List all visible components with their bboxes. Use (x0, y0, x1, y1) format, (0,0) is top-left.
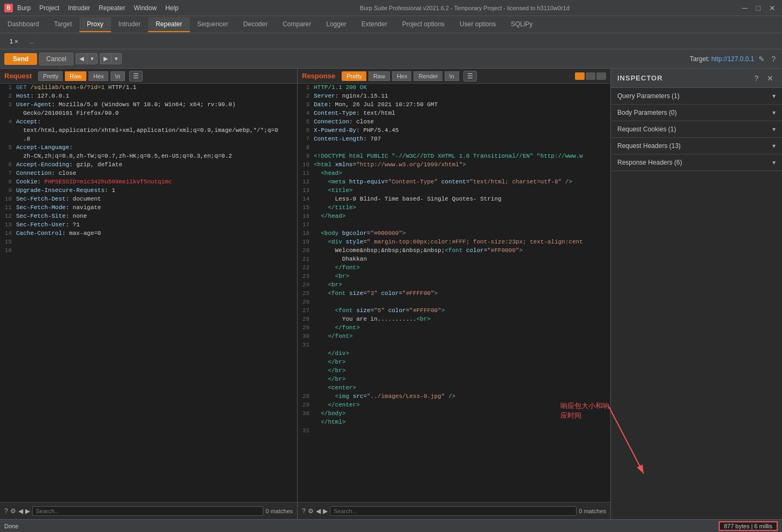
request-matches: 0 matches (265, 508, 293, 514)
code-line: 6 Accept-Encoding: gzip, deflate (0, 161, 297, 169)
code-line: 24 <br> (298, 281, 610, 290)
code-line: 16 </head> (298, 212, 610, 221)
view-horizontal-btn[interactable] (586, 72, 595, 80)
inspector-request-cookies[interactable]: Request Cookies (1) ▾ (611, 121, 782, 138)
inspector-request-headers[interactable]: Request Headers (13) ▾ (611, 138, 782, 154)
edit-target-btn[interactable]: ✎ (756, 54, 767, 64)
chevron-down-icon: ▾ (772, 159, 776, 166)
menu-help[interactable]: Help (165, 4, 179, 12)
response-raw-btn[interactable]: Raw (368, 71, 390, 81)
inspector-cookies-label: Request Cookies (1) (617, 125, 772, 133)
code-line: 4 Content-Type: text/html (298, 109, 610, 118)
inspector-body-params[interactable]: Body Parameters (0) ▾ (611, 105, 782, 121)
code-line: 2 Host: 127.0.0.1 (0, 92, 297, 101)
inspector-close-btn[interactable]: ✕ (765, 73, 776, 84)
request-search-input[interactable] (32, 506, 264, 516)
inspector-resp-headers-label: Response Headers (6) (617, 159, 772, 166)
request-title: Request (4, 72, 32, 80)
sub-tab-1[interactable]: 1 × (4, 37, 24, 46)
code-line: 9 <!DOCTYPE html PUBLIC "-//W3C//DTD XHT… (298, 152, 610, 161)
request-newline-btn[interactable]: \n (110, 71, 125, 81)
tab-proxy[interactable]: Proxy (79, 17, 111, 32)
tab-user-options[interactable]: User options (452, 17, 503, 32)
inspector-help-btn[interactable]: ? (752, 73, 761, 84)
tab-dashboard[interactable]: Dashboard (0, 17, 47, 32)
tab-extender[interactable]: Extender (354, 17, 395, 32)
request-search-prev[interactable]: ◀ (18, 507, 23, 515)
code-line: 4 Accept: (0, 118, 297, 127)
nav-prev-btn[interactable]: ◀ (76, 53, 87, 64)
inspector-response-headers[interactable]: Response Headers (6) ▾ (611, 154, 782, 171)
menu-repeater[interactable]: Repeater (99, 4, 125, 12)
response-help-icon[interactable]: ? (302, 507, 306, 515)
inspector-query-params[interactable]: Query Parameters (1) ▾ (611, 88, 782, 105)
code-line: 3 User-Agent: Mozilla/5.0 (Windows NT 10… (0, 101, 297, 109)
cancel-button[interactable]: Cancel (39, 53, 73, 65)
tab-sqlipy[interactable]: SQLiPy (503, 17, 540, 32)
status-done: Done (4, 523, 18, 529)
chevron-down-icon: ▾ (772, 125, 776, 133)
response-search-input[interactable] (330, 506, 577, 516)
response-hex-btn[interactable]: Hex (392, 71, 412, 81)
tab-decoder[interactable]: Decoder (236, 17, 275, 32)
response-search-next[interactable]: ▶ (323, 507, 328, 515)
send-button[interactable]: Send (4, 53, 37, 65)
code-line: 31 (298, 427, 610, 435)
response-pretty-btn[interactable]: Pretty (342, 71, 366, 81)
nav-btn-group: ◀ ▾ (76, 53, 98, 64)
view-vertical-btn[interactable] (596, 72, 606, 80)
code-line: 17 (298, 221, 610, 230)
request-settings-icon[interactable]: ⚙ (10, 507, 16, 515)
menu-intruder[interactable]: Intruder (68, 4, 90, 12)
response-search-prev[interactable]: ◀ (316, 507, 321, 515)
response-render-btn[interactable]: Render (414, 71, 442, 81)
tab-sequencer[interactable]: Sequencer (190, 17, 236, 32)
nav-next-drop[interactable]: ▾ (111, 53, 122, 64)
tab-comparer[interactable]: Comparer (275, 17, 319, 32)
code-line: 12 <meta http-equiv="Content-Type" conte… (298, 178, 610, 187)
menu-project[interactable]: Project (39, 4, 59, 12)
request-code-area[interactable]: 1 GET /sqlilab/Less-9/?id=1 HTTP/1.1 2 H… (0, 84, 297, 502)
response-newline-btn[interactable]: \n (445, 71, 459, 81)
request-search-next[interactable]: ▶ (25, 507, 30, 515)
code-line: 23 <br> (298, 272, 610, 281)
code-line: 8 Cookie: PHPSESSID=mic342hu599meiikvf5n… (0, 178, 297, 187)
code-line: <center> (298, 384, 610, 393)
code-line: 11 <head> (298, 169, 610, 178)
tab-intruder[interactable]: Intruder (111, 17, 148, 32)
response-code-area[interactable]: 1 HTTP/1.1 200 OK 2 Server: nginx/1.15.1… (298, 84, 610, 502)
code-line: 29 </font> (298, 324, 610, 332)
request-menu-btn[interactable]: ☰ (129, 71, 143, 82)
code-line: 15 (0, 238, 297, 247)
maximize-btn[interactable]: □ (754, 4, 763, 12)
code-line: 14 Cache-Control: max-age=0 (0, 230, 297, 238)
nav-prev-drop[interactable]: ▾ (87, 53, 98, 64)
tab-project-options[interactable]: Project options (395, 17, 452, 32)
tab-target[interactable]: Target (47, 17, 79, 32)
code-line: 9 Upgrade-Insecure-Requests: 1 (0, 187, 297, 195)
menu-burp[interactable]: Burp (17, 4, 31, 12)
code-line: 15 </title> (298, 204, 610, 212)
sub-tab-more[interactable]: ... (24, 37, 39, 46)
code-line: 28 <img src="../images/Less-9.jpg" /> (298, 393, 610, 401)
view-split-btn[interactable] (575, 72, 585, 80)
response-settings-icon[interactable]: ⚙ (308, 507, 314, 515)
code-line: 21 Dhakkan (298, 255, 610, 264)
tab-repeater[interactable]: Repeater (148, 17, 189, 32)
help-target-btn[interactable]: ? (769, 54, 778, 64)
inspector-title: INSPECTOR (617, 74, 748, 82)
nav-next-btn[interactable]: ▶ (100, 53, 111, 64)
close-btn[interactable]: ✕ (767, 4, 778, 12)
menu-window[interactable]: Window (134, 4, 157, 12)
request-pretty-btn[interactable]: Pretty (38, 71, 63, 81)
minimize-btn[interactable]: ─ (740, 4, 750, 12)
inspector-header: INSPECTOR ? ✕ (611, 69, 782, 88)
tab-logger[interactable]: Logger (319, 17, 353, 32)
code-line: 3 Date: Mon, 26 Jul 2021 10:27:50 GMT (298, 101, 610, 109)
request-hex-btn[interactable]: Hex (88, 71, 108, 81)
response-search-bar: ? ⚙ ◀ ▶ 0 matches (298, 502, 610, 519)
request-raw-btn[interactable]: Raw (65, 71, 86, 81)
request-help-icon[interactable]: ? (4, 507, 8, 515)
response-menu-btn[interactable]: ☰ (463, 71, 477, 82)
inspector-panel: INSPECTOR ? ✕ Query Parameters (1) ▾ Bod… (610, 69, 782, 519)
